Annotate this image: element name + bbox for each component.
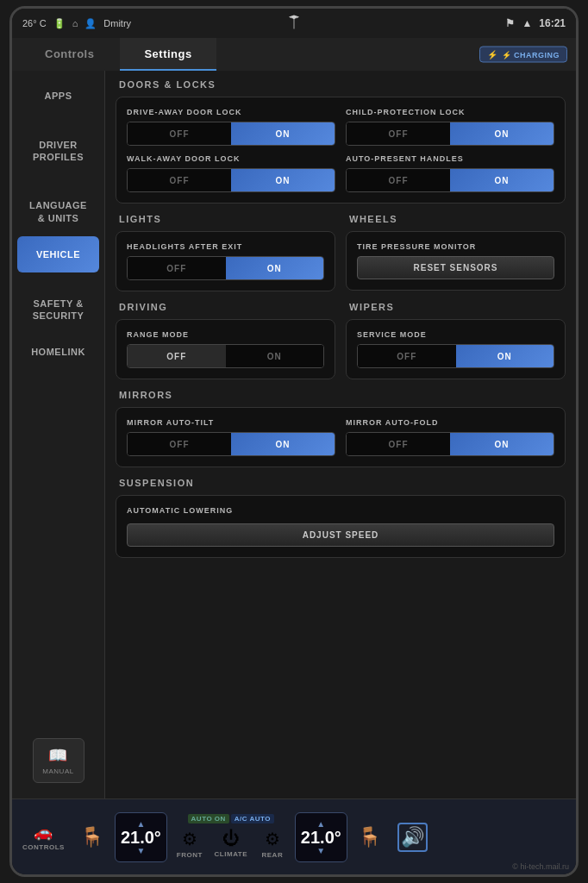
tire-pressure-item: TIRE PRESSURE MONITOR RESET SENSORS bbox=[357, 242, 554, 279]
auto-present-switch[interactable]: OFF ON bbox=[346, 168, 554, 192]
seat-heat-left-button[interactable]: 🪑 bbox=[73, 823, 111, 852]
reset-sensors-button[interactable]: RESET SENSORS bbox=[357, 256, 554, 279]
volume-button[interactable]: 🔊 bbox=[392, 819, 433, 855]
section-title-suspension: SUSPENSION bbox=[116, 478, 566, 488]
toggle-row-mirrors: MIRROR AUTO-TILT OFF ON MIRROR AUTO-FOLD… bbox=[127, 418, 554, 456]
fan-rear-icon: ⚙ bbox=[265, 829, 280, 849]
child-protection-on[interactable]: ON bbox=[450, 122, 554, 145]
sidebar-item-vehicle[interactable]: Vehicle bbox=[17, 236, 99, 272]
manual-icon: 📖 bbox=[48, 746, 68, 765]
climate-button[interactable]: ⏻ CLIMATE bbox=[212, 827, 250, 861]
toggle-item-walk-away: WALK-AWAY DOOR LOCK OFF ON bbox=[127, 154, 335, 192]
walk-away-label: WALK-AWAY DOOR LOCK bbox=[127, 154, 335, 163]
section-title-doors: DOORS & LOCKS bbox=[116, 79, 566, 90]
toggle-item-headlights: HEADLIGHTS AFTER EXIT OFF ON bbox=[127, 242, 324, 280]
toggle-item-auto-present: AUTO-PRESENT HANDLES OFF ON bbox=[346, 154, 554, 192]
section-box-lights: HEADLIGHTS AFTER EXIT OFF ON bbox=[116, 231, 335, 291]
sidebar-item-safety[interactable]: Safety & Security bbox=[12, 272, 104, 334]
rear-temp-value: 21.0° bbox=[301, 829, 341, 846]
section-box-wipers: SERVICE MODE OFF ON bbox=[346, 319, 566, 379]
sidebar-item-homelink[interactable]: HomeLink bbox=[12, 334, 104, 370]
drive-away-off[interactable]: OFF bbox=[128, 122, 231, 145]
fan-rear-button[interactable]: ⚙ REAR bbox=[253, 827, 291, 861]
manual-button[interactable]: 📖 MANUAL bbox=[33, 738, 84, 783]
front-hvac-controls: AUTO ON A/C AUTO ⚙ FRONT ⏻ CLIMATE ⚙ REA… bbox=[171, 814, 291, 861]
walk-away-switch[interactable]: OFF ON bbox=[127, 168, 335, 192]
mirror-tilt-switch[interactable]: OFF ON bbox=[127, 432, 335, 456]
section-doors-locks: DOORS & LOCKS DRIVE-AWAY DOOR LOCK OFF O… bbox=[116, 79, 566, 204]
range-mode-off[interactable]: OFF bbox=[128, 345, 226, 367]
mirror-tilt-off[interactable]: OFF bbox=[128, 433, 231, 455]
range-mode-switch[interactable]: OFF ON bbox=[127, 344, 324, 368]
charging-icon: ⚡ bbox=[487, 50, 498, 59]
service-mode-off[interactable]: OFF bbox=[358, 345, 456, 367]
drive-away-on[interactable]: ON bbox=[231, 122, 335, 145]
mirror-fold-off[interactable]: OFF bbox=[347, 433, 450, 455]
section-wheels: WHEELS TIRE PRESSURE MONITOR RESET SENSO… bbox=[346, 214, 566, 291]
section-title-lights: LIGHTS bbox=[116, 214, 335, 224]
home-icon: ⌂ bbox=[72, 18, 78, 28]
mirror-fold-switch[interactable]: OFF ON bbox=[346, 432, 554, 456]
rear-temp-up-arrow[interactable]: ▲ bbox=[316, 819, 325, 829]
front-temp-down-arrow[interactable]: ▼ bbox=[136, 846, 145, 855]
time-display: 16:21 bbox=[539, 17, 566, 29]
battery-icon: 🔋 bbox=[53, 18, 66, 29]
section-box-mirrors: MIRROR AUTO-TILT OFF ON MIRROR AUTO-FOLD… bbox=[116, 407, 566, 467]
auto-present-off[interactable]: OFF bbox=[347, 169, 450, 191]
section-suspension: SUSPENSION AUTOMATIC LOWERING ADJUST SPE… bbox=[116, 478, 566, 558]
sidebar-item-driver-profiles[interactable]: Driver Profiles bbox=[12, 114, 104, 175]
mirror-tilt-on[interactable]: ON bbox=[231, 433, 335, 455]
front-temp-value: 21.0° bbox=[121, 829, 161, 846]
service-mode-switch[interactable]: OFF ON bbox=[357, 344, 554, 368]
section-mirrors: MIRRORS MIRROR AUTO-TILT OFF ON MIRROR A… bbox=[116, 390, 566, 467]
wifi-icon: ▲ bbox=[522, 17, 532, 29]
section-title-wheels: WHEELS bbox=[346, 214, 566, 224]
tab-settings[interactable]: Settings bbox=[120, 38, 216, 71]
front-temp-display[interactable]: ▲ 21.0° ▼ bbox=[115, 812, 167, 862]
toggle-row-1: DRIVE-AWAY DOOR LOCK OFF ON CHILD-PROTEC… bbox=[127, 108, 554, 146]
walk-away-off[interactable]: OFF bbox=[128, 169, 231, 191]
tab-controls[interactable]: Controls bbox=[21, 38, 118, 71]
service-mode-on[interactable]: ON bbox=[456, 345, 554, 367]
toggle-item-mirror-tilt: MIRROR AUTO-TILT OFF ON bbox=[127, 418, 335, 456]
fan-front-button[interactable]: ⚙ FRONT bbox=[171, 827, 209, 861]
drive-away-label: DRIVE-AWAY DOOR LOCK bbox=[127, 108, 335, 116]
headlights-on[interactable]: ON bbox=[226, 257, 324, 279]
toggle-item-child-protection: CHILD-PROTECTION LOCK OFF ON bbox=[346, 108, 554, 146]
suspension-auto-lowering-item: AUTOMATIC LOWERING ADJUST SPEED bbox=[127, 506, 554, 547]
rear-temp-down-arrow[interactable]: ▼ bbox=[316, 846, 325, 855]
range-mode-on[interactable]: ON bbox=[226, 345, 324, 367]
toggle-row-2: WALK-AWAY DOOR LOCK OFF ON AUTO-PRESENT … bbox=[127, 154, 554, 192]
seat-heat-left-icon: 🪑 bbox=[80, 826, 103, 849]
headlights-label: HEADLIGHTS AFTER EXIT bbox=[127, 242, 324, 251]
tire-pressure-label: TIRE PRESSURE MONITOR bbox=[357, 242, 554, 251]
charging-button[interactable]: ⚡ ⚡ CHARGING bbox=[479, 47, 567, 63]
child-protection-off[interactable]: OFF bbox=[347, 122, 450, 145]
auto-present-on[interactable]: ON bbox=[450, 169, 554, 191]
ac-auto-badge: A/C AUTO bbox=[231, 814, 274, 824]
sidebar-bottom: 📖 MANUAL bbox=[12, 730, 104, 792]
auto-present-label: AUTO-PRESENT HANDLES bbox=[346, 154, 554, 163]
drive-away-switch[interactable]: OFF ON bbox=[127, 122, 335, 146]
front-temp-up-arrow[interactable]: ▲ bbox=[136, 819, 145, 829]
walk-away-on[interactable]: ON bbox=[231, 169, 335, 191]
headlights-off[interactable]: OFF bbox=[128, 257, 226, 279]
bottom-controls-button[interactable]: 🚗 CONTROLS bbox=[17, 819, 70, 855]
sidebar-item-apps[interactable]: Apps bbox=[12, 78, 104, 114]
child-protection-switch[interactable]: OFF ON bbox=[346, 122, 554, 146]
sidebar: Apps Driver Profiles Language & Units Ve… bbox=[12, 71, 105, 798]
headlights-switch[interactable]: OFF ON bbox=[127, 256, 324, 280]
tesla-logo-icon bbox=[285, 13, 303, 30]
user-icon: 👤 bbox=[84, 18, 97, 29]
user-name: Dmitry bbox=[103, 18, 131, 28]
seat-heat-right-button[interactable]: 🪑 bbox=[351, 823, 389, 852]
section-box-driving: RANGE MODE OFF ON bbox=[116, 319, 335, 379]
adjust-speed-button[interactable]: ADJUST SPEED bbox=[127, 523, 554, 547]
mirror-fold-on[interactable]: ON bbox=[450, 433, 554, 455]
climate-icon: ⏻ bbox=[222, 829, 240, 849]
rear-temp-display[interactable]: ▲ 21.0° ▼ bbox=[295, 812, 347, 862]
settings-panel: DOORS & LOCKS DRIVE-AWAY DOOR LOCK OFF O… bbox=[105, 71, 576, 798]
auto-lowering-label: AUTOMATIC LOWERING bbox=[127, 506, 554, 515]
tesla-logo-container bbox=[285, 13, 303, 34]
sidebar-item-language[interactable]: Language & Units bbox=[12, 175, 104, 236]
